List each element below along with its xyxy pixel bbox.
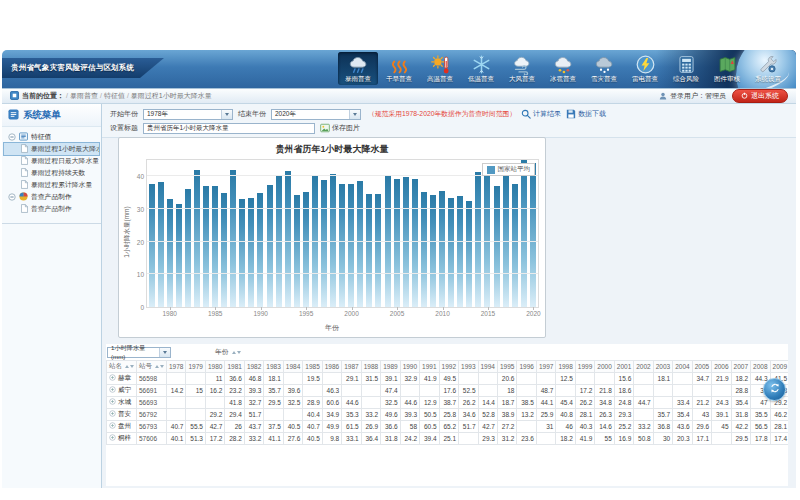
col-year[interactable]: 1982 — [244, 361, 263, 373]
row-expand-icon[interactable] — [109, 386, 116, 394]
logout-button[interactable]: 退出系统 — [732, 89, 788, 103]
breadcrumb-bar: 当前的位置： /暴雨普查/特征值/暴雨过程1小时最大降水量 登录用户：管理员 退… — [2, 88, 796, 104]
value-cell: 18.7 — [497, 397, 516, 409]
value-cell: 43.7 — [244, 421, 263, 433]
collapse-icon[interactable] — [8, 133, 16, 142]
nav-item-rain[interactable]: 暴雨普查 — [338, 52, 378, 85]
col-year[interactable]: 1997 — [536, 361, 555, 373]
tree-item[interactable]: 暴雨过程累计降水量 — [4, 179, 99, 191]
tree-group[interactable]: 普查产品制作 — [4, 191, 99, 203]
col-year[interactable]: 1994 — [478, 361, 497, 373]
start-year-select[interactable]: 1978年 — [143, 109, 233, 120]
nav-item-cold[interactable]: 低温普查 — [461, 52, 501, 85]
col-year[interactable]: 1978 — [167, 361, 186, 373]
row-expand-icon[interactable] — [109, 398, 116, 406]
data-download-button[interactable]: 数据下载 — [566, 109, 606, 120]
page-icon — [21, 204, 28, 214]
breadcrumb-item[interactable]: 暴雨过程1小时最大降水量 — [131, 92, 212, 99]
value-type-select[interactable]: 1小时降水量(mm) — [107, 347, 171, 358]
col-year[interactable]: 2009 — [770, 361, 788, 373]
col-year[interactable]: 1983 — [264, 361, 283, 373]
y-axis-title: 1小时降水量(mm) — [123, 206, 132, 257]
col-year[interactable]: 1998 — [556, 361, 575, 373]
year-group-header[interactable]: 年份 — [215, 347, 241, 357]
col-year[interactable]: 1987 — [342, 361, 361, 373]
value-cell — [575, 373, 594, 385]
col-year[interactable]: 2004 — [673, 361, 692, 373]
col-year[interactable]: 1995 — [497, 361, 516, 373]
col-year[interactable]: 1979 — [186, 361, 205, 373]
col-year[interactable]: 1985 — [303, 361, 322, 373]
bar — [221, 193, 227, 307]
breadcrumb-item[interactable]: 暴雨普查 — [70, 92, 98, 99]
table-row: 盘州5679340.755.542.72643.737.540.540.749.… — [107, 421, 789, 433]
chart-legend[interactable]: 国家站平均 — [482, 163, 536, 176]
tree-item[interactable]: 普查产品制作 — [4, 203, 99, 215]
col-year[interactable]: 1992 — [439, 361, 458, 373]
col-station-id[interactable]: 站号 — [137, 361, 167, 373]
col-year[interactable]: 1989 — [381, 361, 400, 373]
nav-item-map[interactable]: 图件审核 — [707, 52, 747, 85]
nav-item-lightning[interactable]: 雷电普查 — [625, 52, 665, 85]
col-year[interactable]: 2005 — [692, 361, 711, 373]
tree-item-label: 暴雨过程1小时最大降水量 — [31, 144, 99, 154]
col-year[interactable]: 1986 — [322, 361, 341, 373]
col-station-name[interactable]: 站名 — [107, 361, 137, 373]
col-year[interactable]: 2000 — [595, 361, 614, 373]
row-expand-icon[interactable] — [109, 410, 116, 418]
value-cell: 43 — [692, 409, 711, 421]
calc-result-button[interactable]: 计算结果 — [521, 109, 561, 120]
value-cell: 40.5 — [303, 433, 322, 445]
col-year[interactable]: 1988 — [361, 361, 380, 373]
nav-item-label: 雷电普查 — [632, 75, 658, 84]
value-cell — [186, 397, 205, 409]
nav-item-wind[interactable]: 大风普查 — [502, 52, 542, 85]
col-year[interactable]: 2003 — [653, 361, 672, 373]
row-expand-icon[interactable] — [109, 422, 116, 430]
col-year[interactable]: 1991 — [420, 361, 439, 373]
nav-item-snow[interactable]: 雪灾普查 — [584, 52, 624, 85]
sort-arrows[interactable] — [155, 365, 164, 368]
row-expand-icon[interactable] — [109, 434, 116, 442]
gridline — [147, 241, 538, 242]
nav-item-settings[interactable]: 系统设置 — [748, 52, 788, 85]
collapse-icon[interactable] — [8, 193, 16, 202]
tree-item[interactable]: 暴雨过程1小时最大降水量 — [4, 143, 99, 155]
col-year[interactable]: 1981 — [225, 361, 244, 373]
col-year[interactable]: 2008 — [751, 361, 770, 373]
col-year[interactable]: 1999 — [575, 361, 594, 373]
col-year[interactable]: 2002 — [634, 361, 653, 373]
col-year[interactable]: 1996 — [517, 361, 536, 373]
col-year[interactable]: 2007 — [731, 361, 750, 373]
nav-item-risk[interactable]: 综合风险 — [666, 52, 706, 85]
table-filter-row: 1小时降水量(mm) 年份 — [106, 344, 788, 360]
col-year[interactable]: 1980 — [205, 361, 224, 373]
value-cell — [556, 385, 575, 397]
tree-group[interactable]: 特征值 — [4, 131, 99, 143]
nav-item-drought[interactable]: 干旱普查 — [379, 52, 419, 85]
nav-item-heat[interactable]: 高温普查 — [420, 52, 460, 85]
nav-item-label: 干旱普查 — [386, 75, 412, 84]
col-year[interactable]: 1993 — [459, 361, 478, 373]
gridline — [147, 208, 538, 209]
value-cell: 39.3 — [400, 409, 419, 421]
sort-arrows[interactable] — [232, 351, 241, 354]
nav-item-hail[interactable]: 冰雹普查 — [543, 52, 583, 85]
row-expand-icon[interactable] — [109, 374, 116, 382]
save-image-button[interactable]: 保存图片 — [320, 123, 360, 134]
value-cell: 26.9 — [361, 421, 380, 433]
sort-arrows[interactable] — [125, 365, 134, 368]
col-year[interactable]: 1984 — [283, 361, 302, 373]
chart-title-input[interactable] — [143, 123, 315, 134]
col-year[interactable]: 2001 — [614, 361, 633, 373]
value-cell: 24.8 — [614, 397, 633, 409]
col-year[interactable]: 2006 — [712, 361, 731, 373]
end-year-select[interactable]: 2020年 — [271, 109, 361, 120]
tree-item[interactable]: 暴雨过程日最大降水量 — [4, 155, 99, 167]
wind-icon — [512, 54, 533, 75]
col-year[interactable]: 1990 — [400, 361, 419, 373]
float-widget-button[interactable] — [763, 378, 786, 401]
nav-menu: 暴雨普查干旱普查高温普查低温普查大风普查冰雹普查雪灾普查雷电普查综合风险图件审核… — [338, 52, 788, 85]
breadcrumb-item[interactable]: 特征值 — [104, 92, 125, 99]
tree-item[interactable]: 暴雨过程持续天数 — [4, 167, 99, 179]
